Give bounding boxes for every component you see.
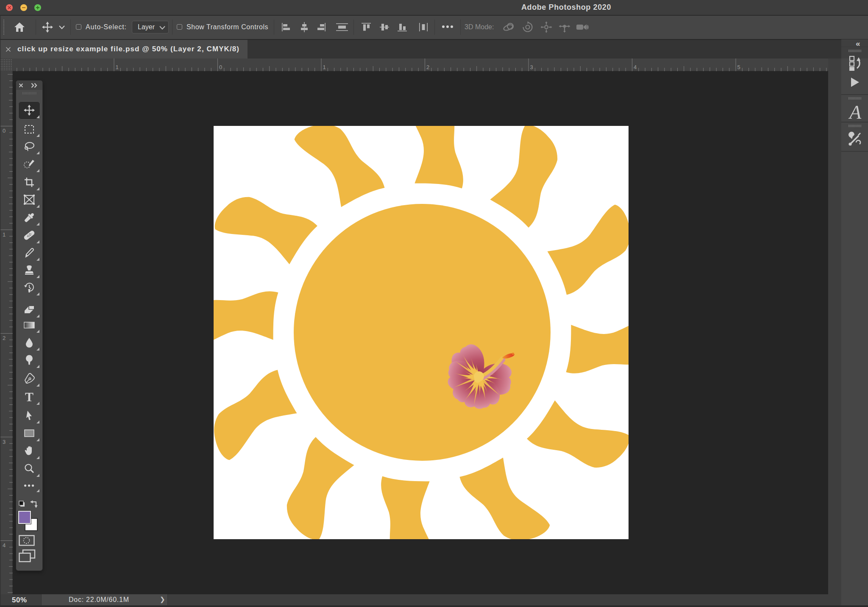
svg-text:2: 2 [426, 64, 429, 70]
svg-text:1: 1 [116, 64, 119, 70]
svg-text:5: 5 [737, 64, 740, 70]
svg-text:0: 0 [219, 64, 222, 70]
svg-text:4: 4 [3, 542, 6, 549]
svg-text:4: 4 [634, 64, 637, 70]
svg-text:1: 1 [3, 231, 6, 238]
svg-text:0: 0 [3, 128, 6, 134]
svg-text:3: 3 [530, 64, 533, 70]
svg-text:3: 3 [3, 439, 6, 445]
svg-text:1: 1 [323, 64, 326, 70]
svg-text:2: 2 [3, 335, 6, 341]
